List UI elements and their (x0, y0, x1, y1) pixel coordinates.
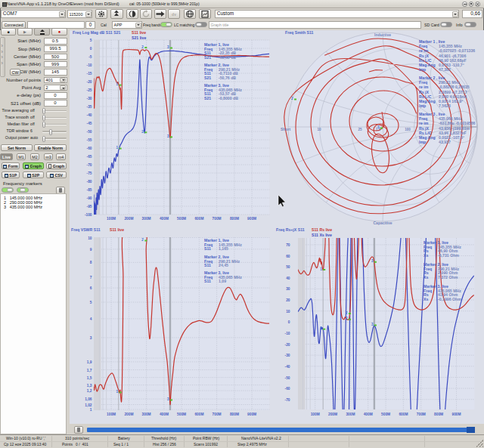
svg-text:43,94 1,8327nF: 43,94 1,8327nF (439, 131, 467, 135)
svg-text:Xs: Xs (424, 275, 428, 280)
svg-text:Rs L/C: Rs L/C (419, 94, 432, 99)
svg-text:S11: S11 (204, 279, 211, 283)
svg-text:200M: 200M (124, 217, 133, 221)
svg-text:500M: 500M (381, 412, 390, 416)
svg-text:0,0021 -107,5°: 0,0021 -107,5° (439, 135, 464, 140)
svg-text:re im: re im (419, 48, 429, 53)
svg-text:-0,027025 -0,071336: -0,027025 -0,071336 (439, 48, 475, 53)
svg-text:-30: -30 (87, 97, 92, 100)
svg-text:S11: S11 (204, 263, 211, 267)
svg-text:3: 3 (90, 336, 92, 340)
svg-text:0,9214 163,9°: 0,9214 163,9° (439, 99, 463, 104)
svg-text:900M: 900M (452, 412, 461, 416)
svg-text:300M: 300M (142, 412, 151, 416)
svg-text:8: 8 (90, 261, 92, 264)
svg-text:1,06: 1,06 (85, 397, 92, 401)
svg-text:Freq: Freq (419, 80, 427, 85)
svg-text:S21 live: S21 live (132, 36, 146, 40)
svg-text:2,0899 +j7,3717: 2,0899 +j7,3717 (439, 90, 467, 94)
svg-text:-50: -50 (285, 376, 290, 380)
svg-text:9: 9 (90, 248, 92, 252)
svg-text:700M: 700M (213, 412, 222, 416)
svg-text:-50,76 dB: -50,76 dB (219, 76, 236, 80)
svg-text:300M: 300M (346, 412, 355, 416)
svg-text:290,21 MHz: 290,21 MHz (439, 80, 460, 85)
svg-text:10: 10 (317, 128, 321, 131)
svg-text:-60: -60 (87, 147, 92, 150)
svg-text:500M: 500M (177, 217, 186, 221)
svg-text:1,7: 1,7 (87, 369, 92, 372)
svg-text:Imp: Imp (419, 104, 426, 108)
svg-text:Mag Ang: Mag Ang (419, 135, 436, 140)
svg-text:700M: 700M (417, 412, 426, 416)
svg-text:S11 Xs live: S11 Xs live (312, 233, 332, 237)
svg-text:-85: -85 (87, 188, 92, 192)
svg-text:100M: 100M (107, 217, 116, 221)
svg-text:600M: 600M (194, 217, 203, 221)
svg-text:10: 10 (286, 310, 290, 314)
svg-text:Freq Log Mag dB S11 S21: Freq Log Mag dB S11 S21 (73, 30, 121, 35)
svg-text:300M: 300M (142, 217, 151, 221)
svg-text:800M: 800M (230, 217, 239, 221)
svg-text:6: 6 (90, 286, 92, 290)
svg-text:0: 0 (90, 47, 92, 51)
svg-text:900M: 900M (247, 412, 256, 416)
svg-text:7,372 Ohm: 7,372 Ohm (438, 275, 458, 280)
svg-text:Rs jX: Rs jX (419, 54, 430, 58)
svg-text:Marker 1 , live: Marker 1 , live (419, 39, 445, 44)
svg-text:43,936 -j199,61m: 43,936 -j199,61m (439, 126, 470, 131)
svg-text:1,02: 1,02 (85, 403, 92, 407)
svg-text:400M: 400M (364, 412, 373, 416)
svg-text:-65: -65 (87, 155, 92, 159)
svg-text:S11 Rs live: S11 Rs live (312, 227, 332, 232)
svg-text:1,2: 1,2 (87, 389, 92, 393)
svg-text:Marker 3 , live: Marker 3 , live (419, 112, 445, 116)
svg-text:S11: S11 (204, 246, 211, 251)
svg-text:1,3: 1,3 (87, 384, 92, 388)
svg-text:-95: -95 (87, 205, 92, 209)
svg-text:-60: -60 (285, 387, 290, 391)
svg-text:1,09: 1,09 (219, 279, 226, 283)
svg-text:-6,731 Ohm: -6,731 Ohm (438, 253, 459, 258)
svg-text:40: 40 (286, 277, 290, 280)
svg-text:-70: -70 (285, 398, 290, 402)
svg-text:100M: 100M (311, 412, 320, 416)
svg-text:Imp: Imp (419, 67, 426, 72)
svg-text:0,0763 -110,7°: 0,0763 -110,7° (439, 63, 464, 67)
svg-text:2,090 4,0418nH: 2,090 4,0418nH (439, 94, 467, 99)
svg-text:700M: 700M (213, 217, 222, 221)
svg-text:Rs L/C: Rs L/C (419, 58, 432, 63)
svg-text:100M: 100M (107, 412, 116, 416)
svg-text:900M: 900M (247, 217, 256, 221)
svg-text:Short: Short (281, 127, 290, 131)
svg-text:-5: -5 (88, 55, 92, 59)
svg-text:1,165: 1,165 (219, 246, 228, 251)
svg-text:-0,88206 0,26635: -0,88206 0,26635 (439, 85, 470, 89)
svg-text:1,9: 1,9 (87, 360, 92, 364)
svg-text:-20: -20 (87, 80, 92, 84)
svg-text:200M: 200M (328, 412, 337, 416)
svg-text:-80: -80 (87, 180, 92, 184)
svg-text:46,901 -j6,7306: 46,901 -j6,7306 (439, 54, 466, 58)
svg-text:800M: 800M (434, 412, 443, 416)
svg-text:-10: -10 (285, 332, 290, 335)
svg-text:600M: 600M (399, 412, 408, 416)
svg-text:1: 1 (90, 408, 92, 412)
svg-text:100: 100 (405, 128, 411, 131)
svg-text:25: 25 (358, 128, 362, 131)
svg-text:Freq VSWR S11: Freq VSWR S11 (71, 227, 101, 232)
svg-text:-60,68 dB: -60,68 dB (219, 55, 236, 60)
svg-text:4: 4 (90, 317, 92, 321)
svg-text:400M: 400M (160, 217, 169, 221)
svg-text:Mag Ang: Mag Ang (419, 63, 436, 67)
svg-text:50: 50 (286, 265, 290, 269)
svg-text:Mag Ang: Mag Ang (419, 99, 436, 104)
svg-text:Freq: Freq (419, 44, 427, 48)
svg-text:re im: re im (419, 85, 429, 89)
svg-text:60: 60 (286, 255, 290, 258)
svg-text:Freq: Freq (419, 116, 427, 121)
svg-text:Rs jX: Rs jX (419, 90, 430, 94)
svg-text:-70: -70 (87, 163, 92, 167)
svg-text:800M: 800M (230, 412, 239, 416)
svg-text:-0,8000 dB: -0,8000 dB (219, 96, 238, 100)
